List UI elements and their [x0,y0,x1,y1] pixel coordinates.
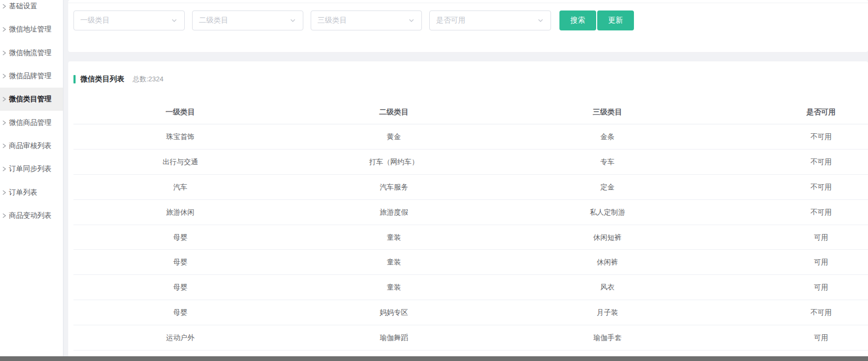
cell-level3-category: 定金 [501,175,714,200]
cell-availability: 可用 [714,275,868,300]
divider [68,3,868,3]
sidebar-item-label: 商品变动列表 [9,211,51,220]
horizontal-scrollbar[interactable] [0,356,868,361]
table-row: 出行与交通 打车（网约车） 专车 不可用 [73,150,868,175]
table-row: 汽车 汽车服务 定金 不可用 [73,175,868,200]
sidebar-item[interactable]: 基础设置 [0,0,63,18]
title-accent-bar [73,75,76,83]
sidebar-item[interactable]: 订单列表 [0,181,63,204]
sidebar-item[interactable]: 商品变动列表 [0,204,63,227]
cell-level2-category: 童装 [287,275,501,300]
caret-right-icon [2,213,7,218]
cell-level2-category: 妈妈专区 [287,300,501,325]
caret-right-icon [2,97,7,102]
cell-level3-category: 瑜伽手套 [501,325,714,351]
cell-level2-category: 打车（网约车） [287,150,501,175]
table-body: 珠宝首饰 黄金 金条 不可用 出行与交通 打车（网约车） 专车 不可用 [73,124,868,351]
sidebar-item-label: 微信品牌管理 [9,71,51,81]
cell-level1-category: 珠宝首饰 [73,124,287,150]
table-row: 旅游休闲 旅游度假 私人定制游 不可用 [73,200,868,225]
total-count: 总数:2324 [133,75,164,84]
cell-level3-category: 休闲短裤 [501,225,714,250]
table-header-cell: 一级类目 [73,99,287,124]
sidebar-item-label: 订单列表 [9,188,37,197]
app-root: 基础设置 微信地址管理 微信物流管理 [0,0,868,361]
filter-panel: 一级类目 二级类目 三级类目 是否可用 [68,0,868,52]
table-row: 母婴 童装 风衣 可用 [73,275,868,300]
sidebar-item[interactable]: 微信类目管理 [0,88,63,111]
cell-level1-category: 汽车 [73,175,287,200]
panel-header: 微信类目列表 总数:2324 [73,75,164,84]
sidebar-item[interactable]: 商品审核列表 [0,134,63,157]
cell-level3-category: 私人定制游 [501,200,714,225]
table-header-cell: 三级类目 [501,99,714,124]
table-row: 珠宝首饰 黄金 金条 不可用 [73,124,868,150]
sidebar-menu: 基础设置 微信地址管理 微信物流管理 [0,0,63,227]
availability-select[interactable]: 是否可用 [429,10,551,30]
select-placeholder: 一级类目 [80,16,110,25]
table-header-row: 一级类目 二级类目 三级类目 是否可用 [73,99,868,124]
cell-level1-category: 运动户外 [73,325,287,351]
cell-availability: 可用 [714,325,868,351]
cell-availability: 不可用 [714,175,868,200]
chevron-down-icon [408,17,415,24]
cell-availability: 不可用 [714,300,868,325]
cell-level3-category: 月子装 [501,300,714,325]
cell-level3-category: 休闲裤 [501,250,714,275]
caret-right-icon [2,120,7,125]
table-row: 母婴 妈妈专区 月子装 不可用 [73,300,868,325]
cell-level1-category: 母婴 [73,225,287,250]
sidebar-item[interactable]: 微信商品管理 [0,111,63,134]
sidebar-item[interactable]: 微信品牌管理 [0,65,63,88]
sidebar-item-label: 微信地址管理 [9,25,51,34]
caret-right-icon [2,166,7,172]
chevron-down-icon [289,17,297,24]
chevron-down-icon [537,17,544,24]
table-row: 母婴 童装 休闲短裤 可用 [73,225,868,250]
select-placeholder: 是否可用 [436,16,465,25]
cell-level1-category: 旅游休闲 [73,200,287,225]
cell-level2-category: 童装 [287,250,501,275]
sidebar: 基础设置 微信地址管理 微信物流管理 [0,0,63,361]
cell-availability: 可用 [714,250,868,275]
cell-level2-category: 童装 [287,225,501,250]
level2-category-select[interactable]: 二级类目 [192,10,303,30]
search-button[interactable]: 搜索 [559,10,596,30]
table-header-cell: 二级类目 [287,99,501,124]
cell-level2-category: 黄金 [287,124,501,150]
cell-level2-category: 汽车服务 [287,175,501,200]
level3-category-select[interactable]: 三级类目 [311,10,422,30]
cell-level1-category: 母婴 [73,300,287,325]
cell-availability: 不可用 [714,150,868,175]
sidebar-item-label: 订单同步列表 [9,164,51,174]
update-button[interactable]: 更新 [597,10,634,30]
caret-right-icon [2,73,7,79]
table-row: 运动户外 瑜伽舞蹈 瑜伽手套 可用 [73,325,868,351]
caret-right-icon [2,27,7,32]
table-row: 母婴 童装 休闲裤 可用 [73,250,868,275]
main-content: 一级类目 二级类目 三级类目 是否可用 [64,0,868,361]
category-table: 一级类目 二级类目 三级类目 是否可用 珠宝首饰 黄金 金条 [73,99,868,351]
sidebar-item-label: 微信类目管理 [9,94,51,104]
sidebar-item-label: 商品审核列表 [9,141,51,151]
caret-right-icon [2,190,7,195]
cell-availability: 可用 [714,225,868,250]
cell-level1-category: 出行与交通 [73,150,287,175]
cell-availability: 不可用 [714,124,868,150]
sidebar-item-label: 微信物流管理 [9,48,51,58]
level1-category-select[interactable]: 一级类目 [73,10,185,30]
cell-level3-category: 风衣 [501,275,714,300]
sidebar-item[interactable]: 微信物流管理 [0,41,63,65]
cell-level3-category: 专车 [501,150,714,175]
select-placeholder: 二级类目 [199,16,228,25]
sidebar-item[interactable]: 微信地址管理 [0,18,63,41]
sidebar-item-label: 微信商品管理 [9,118,51,128]
caret-right-icon [2,50,7,56]
cell-availability: 不可用 [714,200,868,225]
cell-level2-category: 旅游度假 [287,200,501,225]
cell-level1-category: 母婴 [73,250,287,275]
chevron-down-icon [171,17,178,24]
sidebar-item[interactable]: 订单同步列表 [0,157,63,181]
cell-level3-category: 金条 [501,124,714,150]
select-placeholder: 三级类目 [317,16,347,25]
